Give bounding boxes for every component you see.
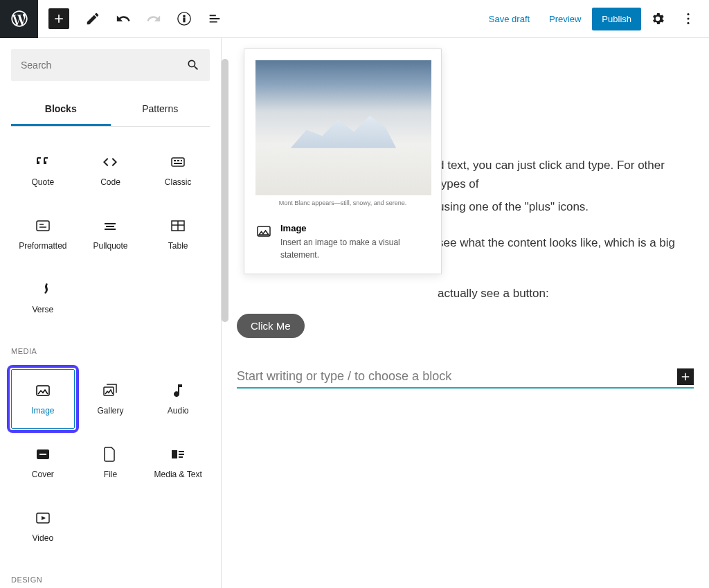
- svg-rect-7: [177, 160, 179, 161]
- block-media-text[interactable]: Media & Text: [146, 433, 210, 492]
- svg-point-0: [183, 15, 185, 17]
- block-file[interactable]: File: [79, 433, 143, 492]
- preview-description: Insert an image to make a visual stateme…: [280, 236, 430, 261]
- block-label: Table: [168, 241, 188, 251]
- block-audio[interactable]: Audio: [146, 369, 210, 429]
- block-label: Pullquote: [93, 241, 127, 251]
- category-media: MEDIA: [11, 347, 210, 355]
- preformatted-icon: [35, 217, 51, 234]
- block-verse[interactable]: Verse: [11, 268, 75, 328]
- button-block[interactable]: Click Me: [237, 314, 305, 338]
- block-appender-prompt: Start writing or type / to choose a bloc…: [237, 369, 677, 384]
- block-image[interactable]: Image: [11, 369, 75, 429]
- toolbar-right: Save draft Preview Publish: [481, 5, 709, 33]
- paragraph-text[interactable]: actually see a button:: [237, 284, 694, 303]
- block-preview-popover: Mont Blanc appears—still, snowy, and ser…: [244, 48, 442, 274]
- block-gallery[interactable]: Gallery: [79, 369, 143, 429]
- publish-button[interactable]: Publish: [592, 8, 641, 30]
- svg-rect-13: [104, 387, 114, 395]
- block-pullquote[interactable]: Pullquote: [79, 204, 143, 264]
- svg-rect-16: [172, 450, 177, 458]
- category-design: DESIGN: [11, 576, 210, 584]
- svg-rect-10: [37, 221, 49, 231]
- tab-patterns[interactable]: Patterns: [111, 93, 210, 126]
- block-label: File: [104, 470, 117, 479]
- svg-rect-8: [181, 160, 182, 161]
- topbar: Save draft Preview Publish: [0, 0, 709, 38]
- block-label: Quote: [31, 177, 54, 187]
- more-icon[interactable]: [674, 5, 702, 33]
- preview-title: Image: [280, 223, 430, 233]
- block-inserter-panel: Blocks Patterns QuoteCodeClassicPreforma…: [0, 38, 222, 588]
- search-icon: [186, 58, 200, 72]
- svg-point-3: [687, 17, 689, 19]
- wp-logo[interactable]: [0, 0, 38, 38]
- block-label: Cover: [32, 470, 54, 479]
- preview-caption: Mont Blanc appears—still, snowy, and ser…: [244, 199, 441, 213]
- table-icon: [170, 217, 186, 234]
- block-label: Classic: [165, 177, 192, 187]
- image-icon: [255, 223, 272, 240]
- block-video[interactable]: Video: [11, 497, 75, 556]
- svg-rect-5: [172, 158, 184, 166]
- block-label: Preformatted: [19, 241, 66, 251]
- toolbar-left: [38, 6, 227, 31]
- quote-icon: [35, 154, 51, 170]
- classic-icon: [170, 154, 186, 170]
- preview-image: [255, 60, 431, 195]
- undo-button[interactable]: [111, 6, 136, 31]
- svg-point-2: [687, 13, 689, 15]
- add-block-button[interactable]: [48, 8, 69, 29]
- block-quote[interactable]: Quote: [11, 141, 75, 200]
- add-block-inline-button[interactable]: [677, 368, 694, 385]
- block-label: Code: [100, 177, 120, 187]
- gallery-icon: [102, 382, 118, 399]
- cover-icon: [35, 446, 51, 463]
- redo-button[interactable]: [141, 6, 166, 31]
- scrollbar[interactable]: [222, 59, 228, 322]
- image-icon: [35, 382, 51, 399]
- file-icon: [102, 446, 118, 463]
- pullquote-icon: [102, 217, 118, 234]
- block-label: Verse: [32, 305, 53, 314]
- block-classic[interactable]: Classic: [146, 141, 210, 200]
- outline-button[interactable]: [202, 6, 227, 31]
- block-cover[interactable]: Cover: [11, 433, 75, 492]
- settings-icon[interactable]: [644, 5, 672, 33]
- code-icon: [102, 154, 118, 170]
- save-draft-link[interactable]: Save draft: [481, 8, 538, 30]
- inserter-tabs: Blocks Patterns: [11, 93, 210, 127]
- svg-point-4: [687, 22, 689, 24]
- search-input[interactable]: [11, 49, 210, 81]
- tab-blocks[interactable]: Blocks: [11, 93, 111, 126]
- block-preformatted[interactable]: Preformatted: [11, 204, 75, 264]
- svg-rect-6: [174, 160, 176, 161]
- block-appender[interactable]: Start writing or type / to choose a bloc…: [237, 368, 694, 389]
- block-label: Video: [33, 533, 53, 543]
- block-label: Audio: [168, 406, 189, 416]
- verse-icon: [35, 281, 51, 298]
- block-label: Media & Text: [154, 470, 202, 479]
- svg-rect-15: [39, 454, 46, 455]
- info-button[interactable]: [172, 6, 197, 31]
- block-label: Image: [31, 406, 54, 416]
- block-code[interactable]: Code: [79, 141, 143, 200]
- video-icon: [35, 510, 51, 526]
- audio-icon: [170, 382, 186, 399]
- media-text-icon: [170, 446, 186, 463]
- svg-rect-9: [174, 163, 182, 164]
- preview-link[interactable]: Preview: [541, 8, 589, 30]
- block-label: Gallery: [97, 406, 123, 416]
- edit-mode-button[interactable]: [80, 6, 105, 31]
- svg-rect-1: [183, 18, 185, 22]
- block-table[interactable]: Table: [146, 204, 210, 264]
